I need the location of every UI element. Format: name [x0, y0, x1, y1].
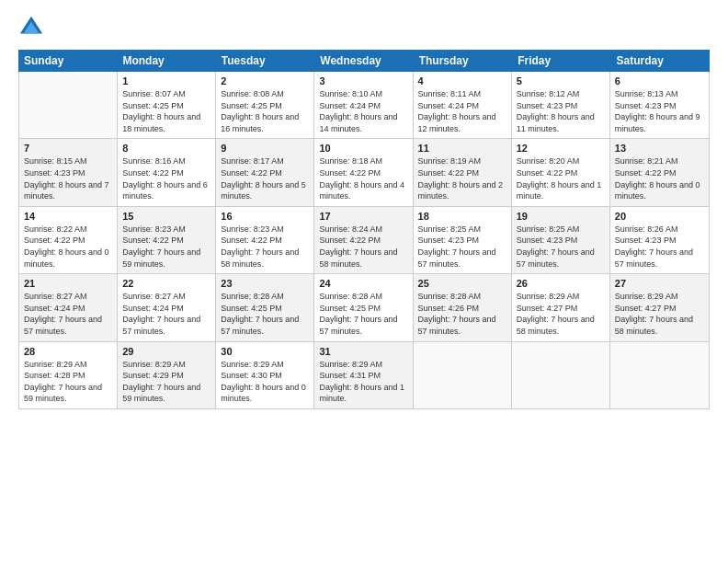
- calendar-row-2: 7Sunrise: 8:15 AMSunset: 4:23 PMDaylight…: [19, 139, 709, 206]
- calendar-cell: 27Sunrise: 8:29 AMSunset: 4:27 PMDayligh…: [610, 274, 709, 340]
- weekday-header-friday: Friday: [512, 50, 610, 72]
- day-number: 7: [24, 143, 112, 154]
- calendar-row-4: 21Sunrise: 8:27 AMSunset: 4:24 PMDayligh…: [19, 274, 709, 341]
- day-number: 14: [24, 211, 112, 222]
- day-info: Sunrise: 8:27 AMSunset: 4:24 PMDaylight:…: [122, 291, 210, 337]
- logo-icon: [18, 15, 44, 40]
- day-info: Sunrise: 8:28 AMSunset: 4:25 PMDaylight:…: [221, 291, 309, 337]
- calendar-cell: 23Sunrise: 8:28 AMSunset: 4:25 PMDayligh…: [216, 274, 314, 340]
- calendar-cell: 18Sunrise: 8:25 AMSunset: 4:23 PMDayligh…: [414, 207, 512, 273]
- calendar-cell: 25Sunrise: 8:28 AMSunset: 4:26 PMDayligh…: [414, 274, 512, 340]
- calendar-cell: [610, 342, 709, 408]
- calendar-cell: [19, 72, 118, 138]
- page: SundayMondayTuesdayWednesdayThursdayFrid…: [0, 0, 728, 563]
- day-number: 23: [221, 278, 309, 289]
- day-number: 5: [517, 75, 605, 86]
- day-number: 24: [319, 278, 407, 289]
- day-info: Sunrise: 8:23 AMSunset: 4:22 PMDaylight:…: [221, 224, 309, 270]
- day-info: Sunrise: 8:16 AMSunset: 4:22 PMDaylight:…: [122, 155, 210, 201]
- day-info: Sunrise: 8:26 AMSunset: 4:23 PMDaylight:…: [615, 224, 704, 270]
- day-number: 28: [24, 346, 112, 357]
- day-number: 10: [319, 143, 407, 154]
- day-info: Sunrise: 8:23 AMSunset: 4:22 PMDaylight:…: [122, 224, 210, 270]
- day-info: Sunrise: 8:29 AMSunset: 4:31 PMDaylight:…: [319, 359, 407, 405]
- calendar-cell: 13Sunrise: 8:21 AMSunset: 4:22 PMDayligh…: [610, 139, 709, 205]
- calendar-body-outer: 1Sunrise: 8:07 AMSunset: 4:25 PMDaylight…: [18, 72, 710, 409]
- calendar: SundayMondayTuesdayWednesdayThursdayFrid…: [18, 50, 710, 552]
- calendar-cell: [512, 342, 610, 408]
- day-number: 8: [122, 143, 210, 154]
- day-number: 29: [122, 346, 210, 357]
- day-info: Sunrise: 8:29 AMSunset: 4:28 PMDaylight:…: [24, 359, 112, 405]
- calendar-cell: [414, 342, 512, 408]
- day-number: 2: [221, 75, 309, 86]
- weekday-header-wednesday: Wednesday: [314, 50, 413, 72]
- day-info: Sunrise: 8:22 AMSunset: 4:22 PMDaylight:…: [24, 224, 112, 270]
- day-number: 16: [221, 211, 309, 222]
- day-number: 12: [517, 143, 605, 154]
- day-number: 6: [615, 75, 704, 86]
- day-number: 26: [517, 278, 605, 289]
- day-number: 17: [319, 211, 407, 222]
- calendar-cell: 14Sunrise: 8:22 AMSunset: 4:22 PMDayligh…: [19, 207, 118, 273]
- calendar-cell: 22Sunrise: 8:27 AMSunset: 4:24 PMDayligh…: [118, 274, 216, 340]
- day-info: Sunrise: 8:17 AMSunset: 4:22 PMDaylight:…: [221, 155, 309, 201]
- calendar-cell: 4Sunrise: 8:11 AMSunset: 4:24 PMDaylight…: [414, 72, 512, 138]
- day-info: Sunrise: 8:28 AMSunset: 4:25 PMDaylight:…: [319, 291, 407, 337]
- calendar-cell: 20Sunrise: 8:26 AMSunset: 4:23 PMDayligh…: [610, 207, 709, 273]
- calendar-cell: 9Sunrise: 8:17 AMSunset: 4:22 PMDaylight…: [216, 139, 314, 205]
- day-number: 22: [122, 278, 210, 289]
- calendar-cell: 29Sunrise: 8:29 AMSunset: 4:29 PMDayligh…: [118, 342, 216, 408]
- day-number: 15: [122, 211, 210, 222]
- calendar-cell: 28Sunrise: 8:29 AMSunset: 4:28 PMDayligh…: [19, 342, 118, 408]
- day-info: Sunrise: 8:12 AMSunset: 4:23 PMDaylight:…: [517, 88, 605, 134]
- header: [18, 15, 710, 40]
- day-number: 9: [221, 143, 309, 154]
- weekday-header-thursday: Thursday: [414, 50, 512, 72]
- calendar-cell: 26Sunrise: 8:29 AMSunset: 4:27 PMDayligh…: [512, 274, 610, 340]
- day-number: 30: [221, 346, 309, 357]
- day-info: Sunrise: 8:21 AMSunset: 4:22 PMDaylight:…: [615, 155, 704, 201]
- day-info: Sunrise: 8:29 AMSunset: 4:27 PMDaylight:…: [517, 291, 605, 337]
- day-number: 31: [319, 346, 407, 357]
- day-info: Sunrise: 8:11 AMSunset: 4:24 PMDaylight:…: [418, 88, 506, 134]
- day-info: Sunrise: 8:27 AMSunset: 4:24 PMDaylight:…: [24, 291, 112, 337]
- calendar-cell: 7Sunrise: 8:15 AMSunset: 4:23 PMDaylight…: [19, 139, 118, 205]
- calendar-cell: 12Sunrise: 8:20 AMSunset: 4:22 PMDayligh…: [512, 139, 610, 205]
- calendar-cell: 6Sunrise: 8:13 AMSunset: 4:23 PMDaylight…: [610, 72, 709, 138]
- calendar-body: 1Sunrise: 8:07 AMSunset: 4:25 PMDaylight…: [19, 72, 709, 408]
- day-number: 1: [122, 75, 210, 86]
- calendar-row-5: 28Sunrise: 8:29 AMSunset: 4:28 PMDayligh…: [19, 342, 709, 408]
- day-number: 4: [418, 75, 506, 86]
- day-number: 20: [615, 211, 704, 222]
- weekday-header-saturday: Saturday: [611, 50, 710, 72]
- calendar-cell: 5Sunrise: 8:12 AMSunset: 4:23 PMDaylight…: [512, 72, 610, 138]
- calendar-cell: 21Sunrise: 8:27 AMSunset: 4:24 PMDayligh…: [19, 274, 118, 340]
- day-number: 3: [319, 75, 407, 86]
- day-info: Sunrise: 8:29 AMSunset: 4:27 PMDaylight:…: [615, 291, 704, 337]
- calendar-cell: 2Sunrise: 8:08 AMSunset: 4:25 PMDaylight…: [216, 72, 314, 138]
- day-info: Sunrise: 8:25 AMSunset: 4:23 PMDaylight:…: [418, 224, 506, 270]
- day-number: 18: [418, 211, 506, 222]
- day-info: Sunrise: 8:29 AMSunset: 4:30 PMDaylight:…: [221, 359, 309, 405]
- day-info: Sunrise: 8:10 AMSunset: 4:24 PMDaylight:…: [319, 88, 407, 134]
- logo: [18, 15, 48, 40]
- day-info: Sunrise: 8:28 AMSunset: 4:26 PMDaylight:…: [418, 291, 506, 337]
- calendar-cell: 19Sunrise: 8:25 AMSunset: 4:23 PMDayligh…: [512, 207, 610, 273]
- day-number: 27: [615, 278, 704, 289]
- calendar-cell: 3Sunrise: 8:10 AMSunset: 4:24 PMDaylight…: [314, 72, 413, 138]
- calendar-cell: 16Sunrise: 8:23 AMSunset: 4:22 PMDayligh…: [216, 207, 314, 273]
- weekday-header-monday: Monday: [117, 50, 215, 72]
- day-info: Sunrise: 8:18 AMSunset: 4:22 PMDaylight:…: [319, 155, 407, 201]
- calendar-cell: 8Sunrise: 8:16 AMSunset: 4:22 PMDaylight…: [118, 139, 216, 205]
- calendar-cell: 17Sunrise: 8:24 AMSunset: 4:22 PMDayligh…: [314, 207, 413, 273]
- day-info: Sunrise: 8:15 AMSunset: 4:23 PMDaylight:…: [24, 155, 112, 201]
- day-info: Sunrise: 8:25 AMSunset: 4:23 PMDaylight:…: [517, 224, 605, 270]
- day-info: Sunrise: 8:07 AMSunset: 4:25 PMDaylight:…: [122, 88, 210, 134]
- calendar-header: SundayMondayTuesdayWednesdayThursdayFrid…: [18, 50, 710, 72]
- calendar-cell: 10Sunrise: 8:18 AMSunset: 4:22 PMDayligh…: [314, 139, 413, 205]
- weekday-header-sunday: Sunday: [18, 50, 117, 72]
- day-number: 11: [418, 143, 506, 154]
- calendar-cell: 30Sunrise: 8:29 AMSunset: 4:30 PMDayligh…: [216, 342, 314, 408]
- day-info: Sunrise: 8:08 AMSunset: 4:25 PMDaylight:…: [221, 88, 309, 134]
